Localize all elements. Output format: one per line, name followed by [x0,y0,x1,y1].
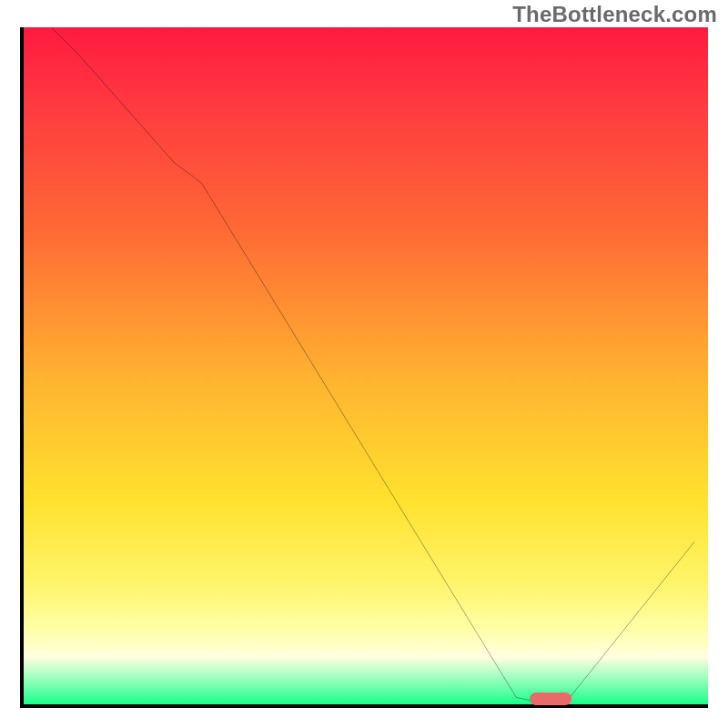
chart-container: TheBottleneck.com [0,0,728,728]
curve-svg [24,27,708,704]
watermark-text: TheBottleneck.com [512,2,717,27]
plot-area [20,27,708,708]
curve-path [24,27,694,704]
optimum-marker [530,693,571,705]
